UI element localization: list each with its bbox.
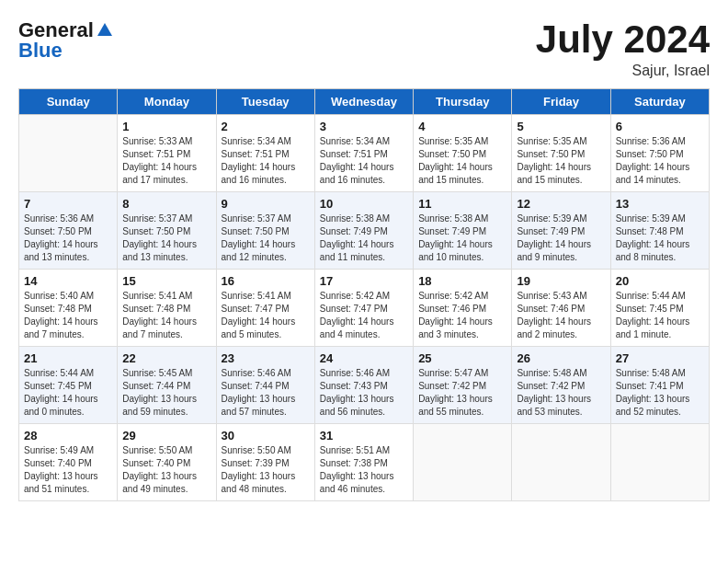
table-row: 11Sunrise: 5:38 AM Sunset: 7:49 PM Dayli… <box>414 192 512 270</box>
title-month: July 2024 <box>536 18 710 61</box>
day-number: 14 <box>24 274 112 288</box>
col-tuesday: Tuesday <box>216 89 314 115</box>
calendar-table: Sunday Monday Tuesday Wednesday Thursday… <box>18 88 710 501</box>
col-friday: Friday <box>512 89 610 115</box>
day-number: 29 <box>122 429 210 442</box>
day-info: Sunrise: 5:35 AM Sunset: 7:50 PM Dayligh… <box>517 135 605 187</box>
table-row: 26Sunrise: 5:48 AM Sunset: 7:42 PM Dayli… <box>512 347 610 424</box>
day-number: 7 <box>24 197 112 211</box>
logo-blue-text: Blue <box>18 39 63 63</box>
calendar-week-row: 21Sunrise: 5:44 AM Sunset: 7:45 PM Dayli… <box>19 347 710 424</box>
day-info: Sunrise: 5:41 AM Sunset: 7:48 PM Dayligh… <box>122 290 210 341</box>
header: General Blue July 2024 Sajur, Israel <box>18 18 710 79</box>
table-row: 20Sunrise: 5:44 AM Sunset: 7:45 PM Dayli… <box>610 270 709 347</box>
table-row: 7Sunrise: 5:36 AM Sunset: 7:50 PM Daylig… <box>19 192 118 270</box>
day-number: 10 <box>320 197 408 211</box>
day-number: 8 <box>122 197 210 211</box>
table-row: 24Sunrise: 5:46 AM Sunset: 7:43 PM Dayli… <box>314 347 413 424</box>
table-row: 6Sunrise: 5:36 AM Sunset: 7:50 PM Daylig… <box>610 115 709 192</box>
day-number: 16 <box>222 274 310 288</box>
table-row: 31Sunrise: 5:51 AM Sunset: 7:38 PM Dayli… <box>314 424 413 501</box>
calendar-week-row: 1Sunrise: 5:33 AM Sunset: 7:51 PM Daylig… <box>19 115 710 192</box>
table-row: 17Sunrise: 5:42 AM Sunset: 7:47 PM Dayli… <box>314 270 413 347</box>
day-number: 30 <box>222 429 310 442</box>
day-info: Sunrise: 5:36 AM Sunset: 7:50 PM Dayligh… <box>24 213 112 264</box>
col-sunday: Sunday <box>19 89 118 115</box>
day-info: Sunrise: 5:49 AM Sunset: 7:40 PM Dayligh… <box>24 444 112 496</box>
day-info: Sunrise: 5:35 AM Sunset: 7:50 PM Dayligh… <box>418 135 506 187</box>
day-number: 12 <box>517 197 605 211</box>
day-number: 19 <box>517 274 605 288</box>
day-info: Sunrise: 5:44 AM Sunset: 7:45 PM Dayligh… <box>616 290 704 341</box>
day-info: Sunrise: 5:34 AM Sunset: 7:51 PM Dayligh… <box>222 135 310 187</box>
day-number: 1 <box>122 120 210 133</box>
day-info: Sunrise: 5:42 AM Sunset: 7:47 PM Dayligh… <box>320 290 408 341</box>
title-location: Sajur, Israel <box>536 63 710 79</box>
day-info: Sunrise: 5:48 AM Sunset: 7:42 PM Dayligh… <box>517 367 605 419</box>
table-row: 15Sunrise: 5:41 AM Sunset: 7:48 PM Dayli… <box>118 270 216 347</box>
day-number: 11 <box>418 197 506 211</box>
day-info: Sunrise: 5:41 AM Sunset: 7:47 PM Dayligh… <box>222 290 310 341</box>
col-wednesday: Wednesday <box>314 89 413 115</box>
calendar-header-row: Sunday Monday Tuesday Wednesday Thursday… <box>19 89 710 115</box>
day-number: 9 <box>222 197 310 211</box>
day-number: 28 <box>24 429 112 442</box>
day-number: 17 <box>320 274 408 288</box>
day-number: 27 <box>616 351 704 365</box>
day-number: 5 <box>517 120 605 133</box>
logo: General Blue <box>18 18 114 63</box>
day-info: Sunrise: 5:40 AM Sunset: 7:48 PM Dayligh… <box>24 290 112 341</box>
day-info: Sunrise: 5:46 AM Sunset: 7:44 PM Dayligh… <box>222 367 310 419</box>
day-info: Sunrise: 5:43 AM Sunset: 7:46 PM Dayligh… <box>517 290 605 341</box>
table-row: 5Sunrise: 5:35 AM Sunset: 7:50 PM Daylig… <box>512 115 610 192</box>
table-row <box>19 115 118 192</box>
col-saturday: Saturday <box>610 89 709 115</box>
day-info: Sunrise: 5:42 AM Sunset: 7:46 PM Dayligh… <box>418 290 506 341</box>
table-row: 13Sunrise: 5:39 AM Sunset: 7:48 PM Dayli… <box>610 192 709 270</box>
day-number: 13 <box>616 197 704 211</box>
day-info: Sunrise: 5:46 AM Sunset: 7:43 PM Dayligh… <box>320 367 408 419</box>
table-row: 30Sunrise: 5:50 AM Sunset: 7:39 PM Dayli… <box>216 424 314 501</box>
day-info: Sunrise: 5:47 AM Sunset: 7:42 PM Dayligh… <box>418 367 506 419</box>
table-row: 9Sunrise: 5:37 AM Sunset: 7:50 PM Daylig… <box>216 192 314 270</box>
table-row: 1Sunrise: 5:33 AM Sunset: 7:51 PM Daylig… <box>118 115 216 192</box>
day-number: 3 <box>320 120 408 133</box>
day-number: 22 <box>122 351 210 365</box>
title-area: July 2024 Sajur, Israel <box>536 18 710 79</box>
day-info: Sunrise: 5:50 AM Sunset: 7:40 PM Dayligh… <box>122 444 210 496</box>
calendar-week-row: 7Sunrise: 5:36 AM Sunset: 7:50 PM Daylig… <box>19 192 710 270</box>
table-row: 28Sunrise: 5:49 AM Sunset: 7:40 PM Dayli… <box>19 424 118 501</box>
table-row: 21Sunrise: 5:44 AM Sunset: 7:45 PM Dayli… <box>19 347 118 424</box>
table-row <box>414 424 512 501</box>
day-number: 31 <box>320 429 408 442</box>
day-number: 26 <box>517 351 605 365</box>
svg-marker-0 <box>97 23 112 36</box>
table-row: 27Sunrise: 5:48 AM Sunset: 7:41 PM Dayli… <box>610 347 709 424</box>
day-info: Sunrise: 5:45 AM Sunset: 7:44 PM Dayligh… <box>122 367 210 419</box>
table-row: 25Sunrise: 5:47 AM Sunset: 7:42 PM Dayli… <box>414 347 512 424</box>
day-info: Sunrise: 5:37 AM Sunset: 7:50 PM Dayligh… <box>222 213 310 264</box>
table-row: 19Sunrise: 5:43 AM Sunset: 7:46 PM Dayli… <box>512 270 610 347</box>
day-info: Sunrise: 5:48 AM Sunset: 7:41 PM Dayligh… <box>616 367 704 419</box>
calendar-week-row: 14Sunrise: 5:40 AM Sunset: 7:48 PM Dayli… <box>19 270 710 347</box>
table-row: 16Sunrise: 5:41 AM Sunset: 7:47 PM Dayli… <box>216 270 314 347</box>
table-row <box>512 424 610 501</box>
day-number: 25 <box>418 351 506 365</box>
table-row: 12Sunrise: 5:39 AM Sunset: 7:49 PM Dayli… <box>512 192 610 270</box>
table-row: 2Sunrise: 5:34 AM Sunset: 7:51 PM Daylig… <box>216 115 314 192</box>
day-info: Sunrise: 5:39 AM Sunset: 7:49 PM Dayligh… <box>517 213 605 264</box>
table-row: 4Sunrise: 5:35 AM Sunset: 7:50 PM Daylig… <box>414 115 512 192</box>
day-number: 2 <box>222 120 310 133</box>
day-number: 15 <box>122 274 210 288</box>
calendar-week-row: 28Sunrise: 5:49 AM Sunset: 7:40 PM Dayli… <box>19 424 710 501</box>
day-number: 6 <box>616 120 704 133</box>
table-row: 18Sunrise: 5:42 AM Sunset: 7:46 PM Dayli… <box>414 270 512 347</box>
day-info: Sunrise: 5:33 AM Sunset: 7:51 PM Dayligh… <box>122 135 210 187</box>
table-row: 23Sunrise: 5:46 AM Sunset: 7:44 PM Dayli… <box>216 347 314 424</box>
day-number: 24 <box>320 351 408 365</box>
day-info: Sunrise: 5:38 AM Sunset: 7:49 PM Dayligh… <box>418 213 506 264</box>
day-info: Sunrise: 5:39 AM Sunset: 7:48 PM Dayligh… <box>616 213 704 264</box>
day-info: Sunrise: 5:50 AM Sunset: 7:39 PM Dayligh… <box>222 444 310 496</box>
table-row: 8Sunrise: 5:37 AM Sunset: 7:50 PM Daylig… <box>118 192 216 270</box>
table-row: 14Sunrise: 5:40 AM Sunset: 7:48 PM Dayli… <box>19 270 118 347</box>
